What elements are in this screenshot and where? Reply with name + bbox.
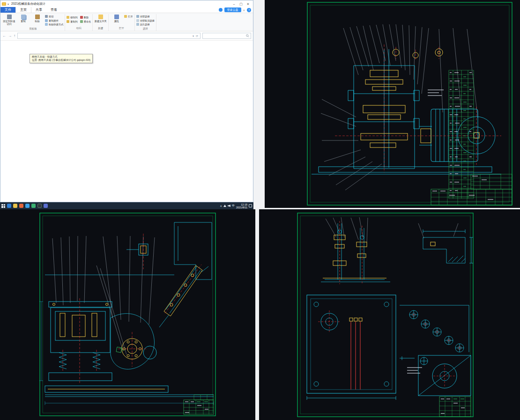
nav-arrows: ← → ↑: [2, 33, 15, 39]
address-input[interactable]: [19, 35, 192, 37]
ime-indicator[interactable]: 中: [232, 204, 235, 208]
paste-button[interactable]: 粘贴: [31, 14, 44, 22]
minimize-button[interactable]: –: [230, 1, 238, 7]
button-label: 删除: [84, 15, 89, 20]
select-all-button[interactable]: 全部选择: [136, 15, 155, 19]
properties-button[interactable]: 属性: [110, 14, 123, 22]
file-explorer-window: ▾ 2021机械设备自动化设计 – ▢ ✕ 文件 主页 共享 查看 登录云盘 ∧…: [0, 0, 253, 202]
notification-center-icon[interactable]: [249, 204, 252, 207]
button-label: 复制: [21, 20, 25, 22]
clock-date: 2021/8/11: [236, 206, 247, 209]
file-list-area[interactable]: 图纸工具箱 - 快捷方式 位置: 图纸工具箱 (分享自机械设计公司 gqlogi…: [0, 41, 253, 202]
star-center-crosses: [412, 313, 461, 350]
refresh-icon[interactable]: ⟳: [195, 34, 199, 37]
copy-icon: [21, 15, 26, 19]
tab-share[interactable]: 共享: [31, 7, 46, 13]
button-label: 重命名: [84, 20, 91, 24]
title-block: [184, 400, 214, 414]
copy-path-icon: [45, 19, 48, 22]
centerlines: [335, 44, 501, 172]
help-icon[interactable]: ?: [247, 8, 251, 12]
cad-sheet-assembly-bottom-left: [0, 209, 255, 420]
maximize-button[interactable]: ▢: [238, 1, 245, 7]
drawing-frame-inner: [43, 216, 213, 413]
firefox-icon[interactable]: [19, 204, 23, 208]
back-button[interactable]: ←: [2, 33, 6, 39]
title-block: [439, 397, 471, 417]
section-bars: [351, 322, 360, 390]
ribbon-group-label: 选择: [136, 27, 155, 31]
gearbox-outline: [312, 49, 501, 174]
paste-shortcut-button[interactable]: 粘贴快捷方式: [45, 22, 63, 27]
select-none-button[interactable]: 全部取消选择: [136, 19, 155, 23]
address-bar[interactable]: ▾ ⟳: [17, 33, 201, 39]
button-label: 新建文件夹: [95, 20, 107, 22]
start-button[interactable]: [1, 204, 5, 208]
move-to-button[interactable]: 移动到: [67, 15, 78, 20]
shaft-assembly-lines: [307, 223, 473, 400]
parts-list-green-marks: [463, 77, 467, 186]
forward-button[interactable]: →: [8, 33, 12, 39]
pin-to-quick-access-button[interactable]: 固定到快速访问: [3, 14, 15, 25]
collapse-ribbon-icon[interactable]: ∧: [243, 8, 245, 12]
ribbon-group-clipboard: 固定到快速访问 复制 粘贴 剪切 复制路径: [1, 14, 65, 31]
button-label: 粘贴: [35, 20, 39, 22]
tray-chevron-icon[interactable]: ∧: [220, 204, 222, 207]
title-block-upper-grid: [471, 174, 512, 189]
copy-path-button[interactable]: 复制路径: [45, 19, 63, 23]
cut-button[interactable]: 剪切: [45, 15, 63, 19]
copy-to-button[interactable]: 复制到: [67, 20, 78, 24]
clock[interactable]: 12:15 2021/8/11: [236, 203, 247, 209]
cad-sheet-assembly-top-right: [265, 0, 520, 208]
volume-icon[interactable]: [228, 205, 230, 207]
ribbon-group-select: 全部选择 全部取消选择 反向选择 选择: [135, 14, 156, 31]
chrome-icon[interactable]: [25, 204, 30, 208]
search-icon: [246, 34, 249, 37]
centerlines: [63, 234, 201, 383]
notes-text-marks: [428, 90, 444, 96]
new-folder-button[interactable]: 新建文件夹: [94, 14, 107, 22]
up-button[interactable]: ↑: [14, 33, 15, 39]
green-highlight-parts: [116, 347, 124, 353]
tab-file[interactable]: 文件: [0, 7, 15, 13]
search-box[interactable]: [202, 33, 251, 39]
title-block-grid: [184, 400, 214, 414]
wechat-icon[interactable]: [31, 204, 36, 208]
quick-access-toolbar-caret-icon[interactable]: ▾: [7, 2, 9, 6]
properties-icon: [114, 15, 119, 19]
rename-button[interactable]: 重命名: [80, 20, 91, 24]
invert-selection-icon: [136, 23, 139, 26]
cad-app-icon[interactable]: [37, 204, 42, 208]
delete-button[interactable]: 删除: [80, 15, 91, 20]
title-block-text-marks: [441, 399, 465, 413]
address-dropdown-icon[interactable]: ▾: [192, 34, 195, 37]
open-button[interactable]: 打开: [124, 15, 133, 19]
button-label: 剪切: [49, 15, 53, 19]
tab-home[interactable]: 主页: [15, 7, 31, 13]
taskbar: ∧ 中 12:15 2021/8/11: [0, 202, 253, 209]
edge-icon[interactable]: [7, 204, 11, 208]
rename-icon: [80, 20, 83, 23]
window-controls: – ▢ ✕: [230, 1, 252, 7]
drawing-frame: [297, 213, 473, 417]
button-label: 粘贴快捷方式: [49, 22, 63, 27]
close-button[interactable]: ✕: [245, 1, 252, 7]
invert-selection-button[interactable]: 反向选择: [136, 22, 155, 27]
leader-lines: [321, 24, 478, 190]
copy-button[interactable]: 复制: [17, 14, 30, 22]
file-explorer-icon[interactable]: [13, 204, 17, 208]
cloud-login-button[interactable]: 登录云盘: [224, 7, 241, 12]
qq-icon[interactable]: [44, 204, 48, 208]
cloud-icon[interactable]: [219, 8, 223, 12]
select-all-icon: [136, 15, 139, 18]
ribbon-group-label: 剪贴板: [3, 27, 63, 31]
pin-icon: [7, 15, 12, 19]
ribbon-group-label: 新建: [94, 26, 107, 31]
leader-lines: [52, 236, 155, 354]
network-icon[interactable]: [223, 205, 226, 207]
search-input[interactable]: [204, 35, 245, 37]
title-block-text-marks: [185, 402, 208, 413]
tab-view[interactable]: 查看: [46, 7, 61, 13]
title-block-upper-grid: [201, 395, 207, 400]
ribbon-group-organize: 移动到 删除 复制到 重命名 组织: [65, 14, 93, 31]
